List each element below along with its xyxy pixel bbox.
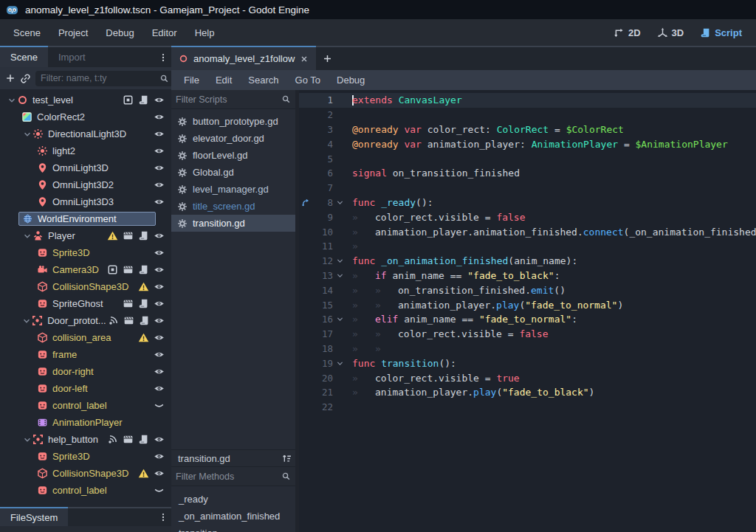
visibility-toggle-button[interactable]	[151, 128, 167, 139]
node-group-button[interactable]	[120, 298, 136, 309]
script-menu-edit[interactable]: Edit	[207, 72, 240, 89]
script-menu-go-to[interactable]: Go To	[287, 72, 329, 89]
code-editor[interactable]: 1extends CanvasLayer23@onready var color…	[299, 90, 756, 532]
filter-scripts-input[interactable]	[176, 94, 281, 105]
scene-tree-row[interactable]: WorldEnvironment	[0, 210, 171, 227]
tab-import[interactable]: Import	[48, 47, 96, 67]
open-scene-tab[interactable]: anomaly_level_z1follow	[171, 46, 316, 70]
scene-tree-row[interactable]: AnimationPlayer	[0, 414, 171, 431]
visibility-toggle-button[interactable]	[151, 451, 167, 462]
code-line[interactable]: 17»»color_rect.visible = false	[299, 327, 756, 342]
method-list-item[interactable]: transition	[171, 525, 295, 532]
code-line[interactable]: 7	[299, 181, 756, 196]
code-line[interactable]: 14»»on_transition_finished.emit()	[299, 283, 756, 297]
scene-tree-row[interactable]: ColorRect2	[0, 108, 171, 125]
code-line[interactable]: 21»animation_player.play("fade_to_black"…	[299, 385, 756, 400]
visibility-toggle-button[interactable]	[151, 94, 167, 106]
node-group-button[interactable]	[121, 315, 137, 326]
scene-tree-row[interactable]: Sprite3D	[0, 244, 171, 261]
scene-tree-row[interactable]: collision_area	[0, 329, 171, 346]
code-fold-arrow[interactable]	[333, 198, 347, 207]
visibility-toggle-button[interactable]	[151, 315, 167, 326]
mode-button-2d[interactable]: 2D	[607, 24, 647, 41]
collapse-arrow[interactable]	[21, 435, 32, 444]
visibility-toggle-button[interactable]	[151, 179, 167, 190]
open-script-button[interactable]	[136, 230, 151, 241]
dock-menu-button[interactable]	[155, 47, 171, 67]
node-warning-button[interactable]	[136, 332, 151, 343]
script-list-item[interactable]: elevator_door.gd	[171, 130, 295, 147]
scene-tree-row[interactable]: Player	[0, 227, 171, 244]
filesystem-menu-button[interactable]	[155, 508, 171, 526]
code-line[interactable]: 1extends CanvasLayer	[299, 93, 756, 108]
visibility-toggle-button[interactable]	[151, 332, 167, 343]
open-script-button[interactable]	[137, 315, 152, 326]
visibility-toggle-button[interactable]	[151, 383, 167, 394]
visibility-toggle-button[interactable]	[151, 230, 167, 241]
node-warning-button[interactable]	[105, 230, 120, 241]
visibility-toggle-button[interactable]	[151, 162, 167, 173]
code-line[interactable]: 20»color_rect.visible = true	[299, 370, 756, 385]
visibility-toggle-button[interactable]	[151, 366, 167, 377]
collapse-arrow[interactable]	[6, 96, 17, 105]
collapse-arrow[interactable]	[21, 130, 32, 139]
mode-button-script[interactable]: Script	[693, 24, 749, 41]
scene-tree-row[interactable]: frame	[0, 346, 171, 363]
scene-tree-row[interactable]: SpriteGhost	[0, 295, 171, 312]
code-line[interactable]: 2	[299, 108, 756, 122]
script-list-item[interactable]: floorLevel.gd	[171, 147, 295, 164]
node-group-button[interactable]	[120, 230, 136, 241]
open-script-button[interactable]	[136, 434, 151, 445]
scene-tree-row[interactable]: CollisionShape3D	[0, 278, 171, 295]
scene-tree-row[interactable]: DirectionalLight3D	[0, 125, 171, 142]
tab-filesystem[interactable]: FileSystem	[0, 507, 68, 526]
code-line[interactable]: 16»elif anim_name == "fade_to_normal":	[299, 312, 756, 327]
visibility-toggle-button[interactable]	[151, 281, 167, 292]
code-line[interactable]: 19func transition():	[299, 356, 756, 370]
code-line[interactable]: 11»	[299, 239, 756, 254]
code-line[interactable]: 10»animation_player.animation_finished.c…	[299, 224, 756, 239]
open-script-button[interactable]	[136, 264, 151, 275]
scene-tree-row[interactable]: OmniLight3D3	[0, 193, 171, 210]
scene-tree-row[interactable]: control_label	[0, 482, 171, 499]
code-fold-arrow[interactable]	[333, 315, 347, 323]
close-icon[interactable]	[300, 55, 309, 63]
node-toggle-button[interactable]	[105, 264, 120, 275]
code-line[interactable]: 8func _ready():	[299, 196, 756, 210]
scene-tree-row[interactable]: OmniLight3D	[0, 159, 171, 176]
node-group-button[interactable]	[120, 264, 136, 275]
code-line[interactable]: 18»»	[299, 342, 756, 356]
scene-tree-row[interactable]: Sprite3D	[0, 448, 171, 465]
sort-methods-button[interactable]	[281, 453, 292, 464]
method-list-item[interactable]: _ready	[171, 491, 295, 508]
code-line[interactable]: 5	[299, 151, 756, 166]
scene-tree-row[interactable]: OmniLight3D2	[0, 176, 171, 193]
new-tab-button[interactable]	[316, 47, 339, 70]
menubar-item-project[interactable]: Project	[49, 24, 97, 42]
scene-tree-row[interactable]: door-right	[0, 363, 171, 380]
visibility-toggle-button[interactable]	[151, 111, 167, 122]
script-menu-file[interactable]: File	[176, 72, 207, 89]
visibility-toggle-button[interactable]	[151, 196, 167, 207]
script-menu-debug[interactable]: Debug	[329, 72, 373, 89]
scene-tree-row[interactable]: Camera3D	[0, 261, 171, 278]
code-line[interactable]: 3@onready var color_rect: ColorRect = $C…	[299, 122, 756, 137]
scene-tree-row[interactable]: light2	[0, 142, 171, 159]
visibility-toggle-button[interactable]	[151, 349, 167, 360]
code-line[interactable]: 22	[299, 400, 756, 415]
node-warning-button[interactable]	[136, 281, 151, 292]
scene-tree-row[interactable]: CollisionShape3D	[0, 465, 171, 482]
code-fold-arrow[interactable]	[333, 359, 347, 367]
script-list-item[interactable]: Global.gd	[171, 164, 295, 181]
instance-scene-button[interactable]	[20, 71, 31, 86]
script-list-item[interactable]: button_prototype.gd	[171, 113, 295, 130]
node-warning-button[interactable]	[136, 468, 151, 479]
node-signals-button[interactable]	[106, 315, 122, 326]
code-line[interactable]: 12func _on_animation_finished(anim_name)…	[299, 254, 756, 269]
visibility-hidden-button[interactable]	[151, 400, 167, 411]
visibility-toggle-button[interactable]	[151, 145, 167, 156]
node-signals-button[interactable]	[105, 434, 120, 445]
visibility-toggle-button[interactable]	[151, 264, 167, 275]
visibility-toggle-button[interactable]	[151, 434, 167, 445]
code-line[interactable]: 13»if anim_name == "fade_to_black":	[299, 269, 756, 283]
